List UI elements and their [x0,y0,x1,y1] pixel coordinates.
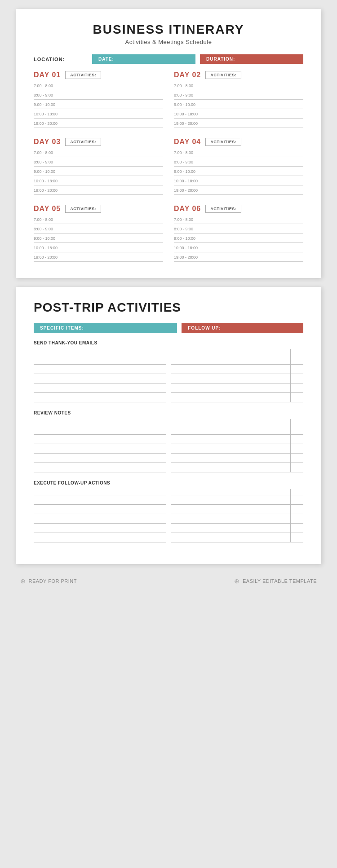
time-row: 7:00 - 8:00 [34,84,163,90]
day-06-activities-badge: ACTIVITIES: [205,205,241,213]
specific-items-label: SPECIFIC ITEMS: [34,323,177,333]
post-left-2 [34,419,166,472]
footer-left: ⊕ READY FOR PRINT [20,577,77,585]
business-itinerary-card: BUSINESS ITINERARY Activities & Meetings… [16,9,321,278]
time-row: 7:00 - 8:00 [174,217,303,224]
post-section-3-title: EXECUTE FOLLOW-UP ACTIONS [34,480,303,485]
time-row: 19:00 - 20:00 [34,188,163,195]
time-row: 10:00 - 18:00 [174,112,303,119]
day-04-slots: 7:00 - 8:00 8:00 - 9:00 9:00 - 10:00 10:… [174,150,303,195]
time-row: 19:00 - 20:00 [34,121,163,128]
post-line [34,349,166,355]
post-line [171,536,303,542]
post-line [34,358,166,365]
duration-box: DURATION: [200,54,303,64]
post-line [171,457,303,463]
time-row: 9:00 - 10:00 [34,102,163,109]
post-line [171,349,303,355]
time-row: 8:00 - 9:00 [34,227,163,234]
footer: ⊕ READY FOR PRINT ⊕ EASILY EDITABLE TEMP… [16,573,321,589]
day-02-section: DAY 02 ACTIVITIES: 7:00 - 8:00 8:00 - 9:… [174,71,303,131]
post-left-1 [34,349,166,402]
time-row: 19:00 - 20:00 [174,188,303,195]
post-section-3: EXECUTE FOLLOW-UP ACTIONS [34,480,303,542]
post-line [171,447,303,454]
time-row: 8:00 - 9:00 [174,160,303,167]
footer-right: ⊕ EASILY EDITABLE TEMPLATE [234,577,317,585]
location-label: LOCATION: [34,57,88,62]
post-line [34,396,166,402]
post-line [171,368,303,374]
day-06-slots: 7:00 - 8:00 8:00 - 9:00 9:00 - 10:00 10:… [174,217,303,262]
day-02-slots: 7:00 - 8:00 8:00 - 9:00 9:00 - 10:00 10:… [174,84,303,128]
day-04-label: DAY 04 [174,138,201,146]
post-line [34,517,166,524]
footer-left-label: READY FOR PRINT [29,578,77,584]
post-line [34,466,166,472]
time-row: 10:00 - 18:00 [174,246,303,252]
post-line [171,377,303,383]
post-line [171,358,303,365]
time-row: 9:00 - 10:00 [174,169,303,176]
date-box: DATE: [92,54,195,64]
post-header-row: SPECIFIC ITEMS: FOLLOW UP: [34,323,303,333]
post-right-3 [171,489,303,542]
time-row: 10:00 - 18:00 [174,179,303,185]
post-section-1-grid [34,349,303,402]
time-row: 10:00 - 18:00 [34,246,163,252]
post-line [171,396,303,402]
day-04-section: DAY 04 ACTIVITIES: 7:00 - 8:00 8:00 - 9:… [174,138,303,198]
post-line [171,517,303,524]
time-row: 7:00 - 8:00 [34,150,163,157]
day-02-activities-badge: ACTIVITIES: [205,71,241,79]
post-line [34,368,166,374]
post-line [171,428,303,435]
post-line [34,377,166,383]
post-line [171,387,303,393]
post-section-3-grid [34,489,303,542]
post-right-2 [171,419,303,472]
location-row: LOCATION: DATE: DURATION: [34,54,303,64]
day-04-header: DAY 04 ACTIVITIES: [174,138,303,146]
post-line [171,498,303,505]
post-line [171,419,303,425]
post-line [34,536,166,542]
days-grid: DAY 01 ACTIVITIES: 7:00 - 8:00 8:00 - 9:… [34,71,303,264]
post-line [171,527,303,533]
post-line [34,527,166,533]
post-line [34,447,166,454]
day-03-header: DAY 03 ACTIVITIES: [34,138,163,146]
post-line [34,438,166,444]
post-line [34,508,166,514]
post-line [171,489,303,495]
post-trip-title: POST-TRIP ACTIVITIES [34,300,303,315]
post-line [171,438,303,444]
day-03-section: DAY 03 ACTIVITIES: 7:00 - 8:00 8:00 - 9:… [34,138,163,198]
day-06-header: DAY 06 ACTIVITIES: [174,205,303,213]
post-line [34,489,166,495]
post-line [34,428,166,435]
page-title: BUSINESS ITINERARY [34,22,303,37]
day-04-activities-badge: ACTIVITIES: [205,138,241,146]
day-06-section: DAY 06 ACTIVITIES: 7:00 - 8:00 8:00 - 9:… [174,205,303,264]
time-row: 10:00 - 18:00 [34,179,163,185]
day-01-section: DAY 01 ACTIVITIES: 7:00 - 8:00 8:00 - 9:… [34,71,163,131]
day-05-section: DAY 05 ACTIVITIES: 7:00 - 8:00 8:00 - 9:… [34,205,163,264]
day-01-slots: 7:00 - 8:00 8:00 - 9:00 9:00 - 10:00 10:… [34,84,163,128]
post-right-1 [171,349,303,402]
post-line [34,457,166,463]
time-row: 8:00 - 9:00 [34,93,163,100]
time-row: 8:00 - 9:00 [174,227,303,234]
day-06-label: DAY 06 [174,205,201,213]
post-section-2-title: REVIEW NOTES [34,410,303,415]
time-row: 7:00 - 8:00 [34,217,163,224]
footer-right-label: EASILY EDITABLE TEMPLATE [243,578,317,584]
post-left-3 [34,489,166,542]
time-row: 8:00 - 9:00 [174,93,303,100]
post-section-1: SEND THANK-YOU EMAILS [34,340,303,402]
print-icon: ⊕ [20,577,26,585]
post-trip-card: POST-TRIP ACTIVITIES SPECIFIC ITEMS: FOL… [16,287,321,564]
post-section-2-grid [34,419,303,472]
time-row: 9:00 - 10:00 [174,236,303,243]
day-03-activities-badge: ACTIVITIES: [65,138,101,146]
